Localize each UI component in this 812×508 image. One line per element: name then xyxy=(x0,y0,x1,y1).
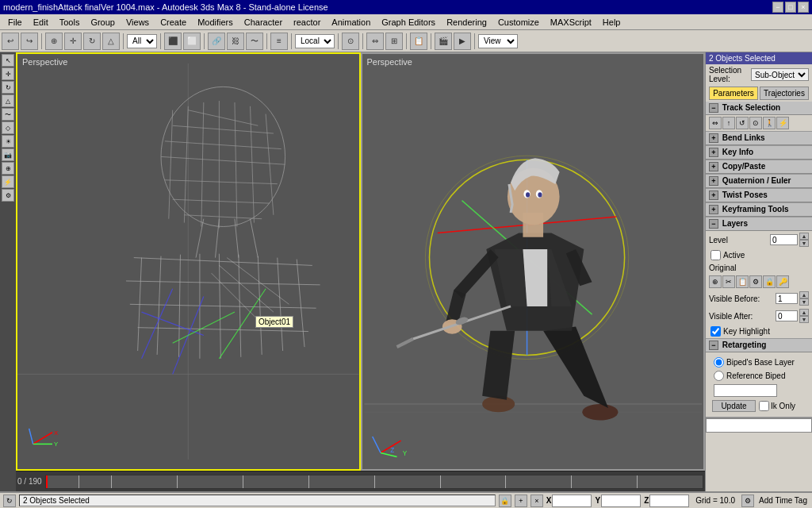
z-input[interactable] xyxy=(649,495,689,507)
track-icon-5[interactable]: 🚶 xyxy=(763,117,776,129)
delete-key-icon[interactable]: × xyxy=(530,495,543,507)
collapse-layers[interactable]: − xyxy=(709,219,718,229)
menu-tools[interactable]: Tools xyxy=(55,16,85,29)
select-mode-dropdown[interactable]: All xyxy=(127,34,157,48)
reference-coord-dropdown[interactable]: Local xyxy=(295,34,335,48)
collapse-twist[interactable]: + xyxy=(709,190,718,200)
tool-rotate[interactable]: ↻ xyxy=(2,81,14,94)
menu-reactor[interactable]: reactor xyxy=(289,16,325,29)
bind-space-warp-btn[interactable]: 〜 xyxy=(246,33,263,50)
tool-lights[interactable]: ☀ xyxy=(2,135,14,148)
filters-btn[interactable]: ≡ xyxy=(270,33,288,50)
viewport-left[interactable]: Perspective xyxy=(16,52,361,471)
menu-customize[interactable]: Customize xyxy=(493,16,544,29)
key-highlight-checkbox[interactable] xyxy=(710,326,721,337)
menu-rendering[interactable]: Rendering xyxy=(442,16,492,29)
reference-biped-radio[interactable] xyxy=(714,371,724,381)
layer-icon-1[interactable]: ⊕ xyxy=(709,275,722,288)
vis-after-up[interactable]: ▲ xyxy=(799,309,809,316)
menu-character[interactable]: Character xyxy=(239,16,287,29)
timeline-track[interactable] xyxy=(45,475,703,489)
maximize-button[interactable]: □ xyxy=(785,2,796,13)
undo-button[interactable]: ↩ xyxy=(2,33,19,50)
keyframing-tools-header[interactable]: + Keyframing Tools xyxy=(706,203,812,217)
pivot-btn[interactable]: ⊙ xyxy=(342,33,359,50)
tool-freeform[interactable]: 〜 xyxy=(2,108,14,121)
minimize-button[interactable]: − xyxy=(772,2,783,13)
track-icon-2[interactable]: ↑ xyxy=(722,117,735,129)
vis-before-up[interactable]: ▲ xyxy=(799,291,809,298)
track-selection-header[interactable]: − Track Selection xyxy=(706,102,812,115)
unlink-btn[interactable]: ⛓ xyxy=(227,33,244,50)
track-icon-4[interactable]: ⊙ xyxy=(749,117,762,129)
sub-object-dropdown[interactable]: Sub-Object xyxy=(751,68,809,81)
biped-base-layer-radio[interactable] xyxy=(714,357,724,368)
menu-group[interactable]: Group xyxy=(86,16,120,29)
tool-helpers[interactable]: ⊕ xyxy=(2,162,14,175)
layers-header[interactable]: − Layers xyxy=(706,217,812,231)
layer-icon-6[interactable]: 🔑 xyxy=(776,275,789,288)
visible-after-input[interactable] xyxy=(776,310,798,321)
panel-search-input[interactable] xyxy=(706,418,812,433)
collapse-keyinfo[interactable]: + xyxy=(709,148,718,157)
collapse-track[interactable]: − xyxy=(709,103,718,113)
track-icon-1[interactable]: ⇔ xyxy=(709,117,722,129)
close-button[interactable]: × xyxy=(798,2,809,13)
menu-file[interactable]: File xyxy=(3,16,27,29)
menu-graph-editors[interactable]: Graph Editors xyxy=(377,16,440,29)
menu-maxscript[interactable]: MAXScript xyxy=(546,16,596,29)
level-input[interactable] xyxy=(770,234,798,245)
menu-modifiers[interactable]: Modifiers xyxy=(193,16,238,29)
redo-button[interactable]: ↪ xyxy=(21,33,38,50)
track-icon-6[interactable]: ⚡ xyxy=(776,117,789,129)
tab-parameters[interactable]: Parameters xyxy=(709,87,758,100)
menu-views[interactable]: Views xyxy=(121,16,154,29)
collapse-quaternion[interactable]: + xyxy=(709,176,718,186)
layer-icon-3[interactable]: 📋 xyxy=(736,275,749,288)
bend-links-header[interactable]: + Bend Links xyxy=(706,132,812,145)
tool-select[interactable]: ↖ xyxy=(2,54,14,67)
menu-animation[interactable]: Animation xyxy=(327,16,375,29)
x-input[interactable] xyxy=(552,495,592,507)
tool-move[interactable]: ✛ xyxy=(2,67,14,80)
biped-name-input[interactable] xyxy=(714,384,777,397)
tool-scale[interactable]: △ xyxy=(2,94,14,107)
render-btn[interactable]: ▶ xyxy=(454,33,471,50)
active-checkbox[interactable] xyxy=(710,250,721,260)
layer-icon-2[interactable]: ✂ xyxy=(722,275,735,288)
tool-cameras[interactable]: 📷 xyxy=(2,148,14,161)
tab-trajectories[interactable]: Trajectories xyxy=(760,87,809,100)
collapse-keyframing[interactable]: + xyxy=(709,205,718,214)
tool-shapes[interactable]: ◇ xyxy=(2,121,14,134)
lock-icon[interactable]: 🔒 xyxy=(499,495,511,507)
add-time-icon[interactable]: + xyxy=(515,495,527,507)
twist-poses-header[interactable]: + Twist Poses xyxy=(706,189,812,202)
update-button[interactable]: Update xyxy=(712,400,756,412)
rotate-button[interactable]: ↻ xyxy=(83,33,101,50)
collapse-bend[interactable]: + xyxy=(709,133,718,143)
retargeting-header[interactable]: − Retargeting xyxy=(706,339,812,352)
window-crossing-btn[interactable]: ⬜ xyxy=(183,33,201,50)
tool-systems[interactable]: ⚙ xyxy=(2,189,14,202)
spinner-icon[interactable]: ⚙ xyxy=(741,495,754,507)
viewport-right[interactable]: Perspective xyxy=(361,52,706,471)
menu-create[interactable]: Create xyxy=(155,16,191,29)
visible-before-input[interactable] xyxy=(776,293,798,304)
scale-button[interactable]: △ xyxy=(102,33,120,50)
menu-edit[interactable]: Edit xyxy=(29,16,53,29)
select-button[interactable]: ⊕ xyxy=(45,33,63,50)
layer-icon-4[interactable]: ⚙ xyxy=(749,275,762,288)
collapse-copypaste[interactable]: + xyxy=(709,162,718,171)
ik-only-checkbox[interactable] xyxy=(759,401,769,411)
y-input[interactable] xyxy=(601,495,641,507)
key-info-header[interactable]: + Key Info xyxy=(706,146,812,160)
copypaste-header[interactable]: + Copy/Paste xyxy=(706,160,812,174)
vis-before-down[interactable]: ▼ xyxy=(799,298,809,306)
link-btn[interactable]: 🔗 xyxy=(208,33,225,50)
mirror-btn[interactable]: ⇔ xyxy=(366,33,384,50)
render-setup-btn[interactable]: 🎬 xyxy=(435,33,452,50)
add-time-tag-btn[interactable]: Add Time Tag xyxy=(759,496,807,505)
level-down[interactable]: ▼ xyxy=(799,240,809,247)
collapse-retargeting[interactable]: − xyxy=(709,341,718,350)
track-icon-3[interactable]: ↺ xyxy=(736,117,749,129)
